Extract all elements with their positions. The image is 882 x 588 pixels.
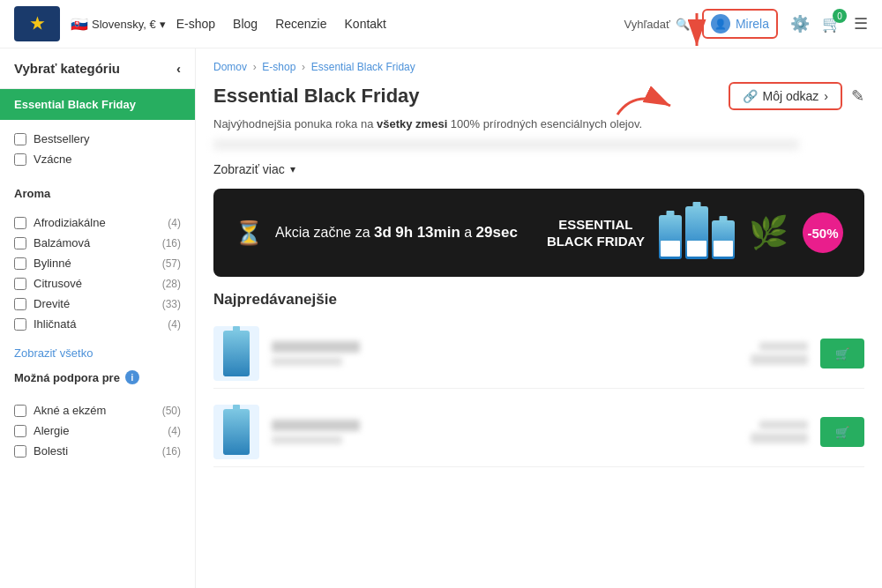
share-icon[interactable]: ✎ — [851, 86, 864, 106]
banner-minutes: 13min — [417, 224, 460, 241]
promo-banner: ⏳ Akcia začne za 3d 9h 13min a 29sec ESS… — [213, 189, 864, 277]
filter-count-balzamova: (16) — [162, 237, 181, 249]
filter-label-bolesti: Bolesti — [34, 444, 68, 458]
info-icon[interactable]: i — [125, 370, 139, 384]
nav-blog[interactable]: Blog — [233, 17, 258, 31]
header: ★ 🇸🇰 Slovensky, € ▾ E-shop Blog Recenzie… — [0, 0, 882, 48]
breadcrumb-eshop[interactable]: E-shop — [262, 61, 295, 73]
search-icon: 🔍 — [676, 18, 690, 31]
sidebar-header: Vybrať kategóriu ‹ — [0, 48, 195, 89]
product-row: 🛒 — [213, 319, 864, 389]
product-pricing — [751, 342, 808, 365]
filter-item-akne: Akné a ekzém (50) — [14, 400, 181, 421]
product-list: 🛒 🛒 — [213, 319, 864, 467]
filter-label-citrusove: Citrusové — [34, 277, 82, 290]
banner-days: 3d — [374, 224, 392, 241]
settings-icon[interactable]: ⚙️ — [790, 14, 810, 33]
cart-container: 🛒 0 — [822, 14, 841, 33]
filter-label-alergie: Alergie — [34, 424, 69, 437]
filter-item-bestsellers: Bestsellery — [14, 129, 181, 149]
sidebar-collapse-icon[interactable]: ‹ — [176, 61, 181, 76]
filter-count-akne: (50) — [162, 405, 181, 417]
logo[interactable]: ★ — [14, 6, 60, 41]
filter-label-bestsellers: Bestsellery — [34, 132, 90, 145]
sidebar-active-category[interactable]: Essential Black Friday — [0, 89, 195, 120]
filter-checkbox-bestsellers[interactable] — [14, 133, 26, 145]
filter-checkbox-alergie[interactable] — [14, 425, 26, 437]
product-new-price — [751, 354, 808, 365]
filter-checkbox-bolesti[interactable] — [14, 445, 26, 458]
show-more-button[interactable]: Zobraziť viac ▾ — [213, 162, 864, 176]
filter-count-bylinnne: (57) — [162, 257, 181, 270]
nav-reviews[interactable]: Recenzie — [275, 17, 326, 31]
banner-text: Akcia začne za 3d 9h 13min a 29sec — [275, 224, 518, 242]
blurred-content — [213, 139, 799, 150]
page-description: Najvýhodnejšia ponuka roka na všetky zme… — [213, 117, 864, 130]
product-thumbnail — [213, 326, 259, 381]
search-label: Vyhľadať — [624, 18, 670, 31]
bestsellers-title: Najpredávanejšie — [213, 291, 864, 309]
breadcrumb: Domov › E-shop › Essential Black Friday — [213, 61, 864, 73]
product-bottles-decoration: BEWIT BEWIT BEWIT — [659, 206, 735, 259]
breadcrumb-home[interactable]: Domov — [213, 61, 247, 73]
filter-label-balzamova: Balzámová — [34, 236, 90, 249]
product-bottle-image — [223, 331, 250, 376]
filter-count-ihlicnata: (4) — [168, 318, 181, 331]
filter-label-rare: Vzácne — [34, 153, 71, 166]
user-button[interactable]: 👤 Mirela — [702, 9, 778, 39]
product-name — [272, 420, 360, 431]
filter-count-alergie: (4) — [168, 425, 181, 437]
my-link-button[interactable]: 🔗 Môj odkaz › — [729, 82, 842, 110]
filter-checkbox-balzamova[interactable] — [14, 237, 26, 249]
banner-connector: a — [460, 225, 476, 240]
show-more-label: Zobraziť viac — [213, 162, 285, 176]
user-name: Mirela — [736, 17, 769, 31]
add-to-cart-button[interactable]: 🛒 — [820, 417, 864, 447]
search-area[interactable]: Vyhľadať 🔍 — [624, 18, 690, 31]
description-pre: Najvýhodnejšia ponuka roka na — [213, 117, 377, 130]
support-section: Možná podpora pre i — [0, 363, 195, 391]
filter-checkbox-citrusove[interactable] — [14, 278, 26, 290]
filter-label-afrodiziakalne: Afrodiziakálne — [34, 216, 106, 229]
product-old-price — [759, 342, 808, 351]
language-selector[interactable]: 🇸🇰 Slovensky, € ▾ — [71, 16, 166, 33]
filter-checkbox-bylinnne[interactable] — [14, 257, 26, 270]
discount-badge: -50% — [803, 212, 843, 253]
filter-checkbox-rare[interactable] — [14, 153, 26, 166]
filter-checkbox-ihlicnata[interactable] — [14, 318, 26, 331]
show-all-aroma-link[interactable]: Zobraziť všetko — [0, 343, 195, 363]
timer-icon: ⏳ — [235, 220, 263, 247]
add-to-cart-button[interactable]: 🛒 — [820, 339, 864, 368]
product-row: 🛒 — [213, 398, 864, 467]
user-avatar-icon: 👤 — [711, 14, 730, 33]
product-pricing — [751, 421, 808, 443]
header-left: ★ 🇸🇰 Slovensky, € ▾ E-shop Blog Recenzie… — [14, 6, 386, 41]
banner-timer-text: Akcia začne za — [275, 225, 374, 240]
page-title-row: Essential Black Friday 🔗 Môj odkaz › ✎ — [213, 82, 864, 110]
sidebar: Vybrať kategóriu ‹ Essential Black Frida… — [0, 48, 196, 588]
banner-right: ESSENTIAL BLACK FRIDAY BEWIT BEWIT — [547, 206, 843, 259]
filter-item-rare: Vzácne — [14, 149, 181, 169]
filter-label-bylinnne: Bylinné — [34, 257, 71, 270]
filter-item-citrusove: Citrusové (28) — [14, 273, 181, 294]
filter-checkbox-drevite[interactable] — [14, 298, 26, 310]
product-thumbnail — [213, 405, 259, 459]
sidebar-uncategorized-group: Bestsellery Vzácne — [0, 120, 195, 178]
link-icon: 🔗 — [743, 89, 758, 103]
filter-item-afrodiziakalne: Afrodiziakálne (4) — [14, 212, 181, 233]
filter-count-drevite: (33) — [162, 298, 181, 310]
filter-item-bylinnne: Bylinné (57) — [14, 253, 181, 273]
nav-eshop[interactable]: E-shop — [176, 17, 215, 31]
product-old-price — [759, 421, 808, 429]
filter-label-drevite: Drevité — [34, 297, 70, 310]
filter-label-ihlicnata: Ihličnatá — [34, 317, 76, 331]
banner-left: ⏳ Akcia začne za 3d 9h 13min a 29sec — [235, 220, 518, 247]
aroma-filter-group: Afrodiziakálne (4) Balzámová (16) Bylinn… — [0, 204, 195, 343]
filter-checkbox-afrodiziakalne[interactable] — [14, 217, 26, 229]
chevron-right-icon: › — [824, 89, 828, 103]
nav-contact[interactable]: Kontakt — [345, 17, 386, 31]
flower-decoration: 🌿 — [749, 214, 789, 251]
hamburger-menu-icon[interactable]: ☰ — [854, 14, 868, 33]
main-layout: Vybrať kategóriu ‹ Essential Black Frida… — [0, 48, 882, 588]
filter-checkbox-akne[interactable] — [14, 405, 26, 417]
